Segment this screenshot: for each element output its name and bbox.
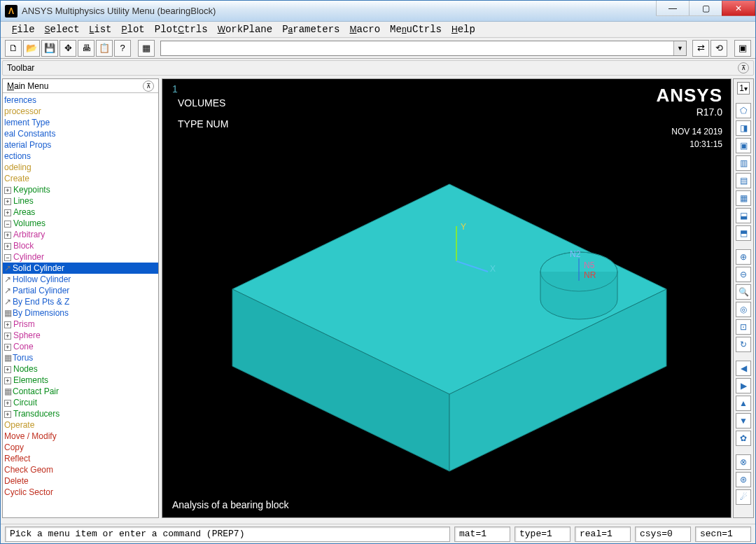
zoom-back-button[interactable]: ◎	[736, 302, 751, 317]
dropdown-arrow-icon[interactable]: ▼	[673, 41, 686, 55]
tree-node[interactable]: +Prism	[3, 319, 158, 330]
rotate-left-button[interactable]: ◀	[736, 361, 751, 376]
image-capture-button[interactable]: ▦	[138, 40, 155, 57]
rotate-up-button[interactable]: ▲	[736, 396, 751, 411]
pan-button[interactable]: ✥	[59, 40, 76, 57]
tree-node[interactable]: +Areas	[3, 207, 158, 218]
oblique-view-button[interactable]: ◨	[736, 120, 751, 136]
tree-node[interactable]: Move / Modify	[3, 431, 158, 442]
menu-file[interactable]: File	[8, 22, 39, 36]
zoom-in-button[interactable]: ⊕	[736, 249, 751, 265]
tree-node[interactable]: +Transducers	[3, 408, 158, 419]
contact-manager-button[interactable]: ▣	[734, 40, 751, 57]
new-button[interactable]: 🗋	[5, 40, 22, 57]
window-number: 1	[172, 83, 178, 95]
menubar: File Select List Plot PlotCtrls WorkPlan…	[1, 22, 755, 38]
pick-button[interactable]: ☄	[736, 489, 751, 505]
minimize-button[interactable]: —	[656, 1, 690, 16]
rotate-right-button[interactable]: ▶	[736, 378, 751, 393]
tree-node[interactable]: −Cylinder	[3, 251, 158, 263]
save-button[interactable]: 💾	[41, 40, 58, 57]
dynamic-rotate-button[interactable]: ↻	[736, 337, 751, 352]
tree-node[interactable]: +Nodes	[3, 363, 158, 375]
tree-node[interactable]: ▦Torus	[3, 352, 158, 363]
tree-node[interactable]: aterial Props	[3, 139, 158, 151]
help-button[interactable]: ?	[114, 40, 131, 57]
tree-node[interactable]: ections	[3, 151, 158, 162]
toolbar-panel-header: Toolbar ⊼	[2, 60, 754, 76]
svg-text:N2: N2	[570, 249, 581, 259]
menu-menuctrls[interactable]: MenuCtrls	[386, 22, 446, 36]
menu-macro[interactable]: Macro	[345, 22, 384, 36]
top-view-button[interactable]: ▤	[736, 173, 751, 188]
tree-node[interactable]: Cyclic Sector	[3, 487, 158, 498]
close-button[interactable]: ✕	[722, 1, 755, 16]
tree-node[interactable]: ▦By Dimensions	[3, 307, 158, 319]
iso-view-button[interactable]: ⬠	[736, 103, 751, 118]
tree-node[interactable]: eal Constants	[3, 128, 158, 139]
menu-parameters[interactable]: Parameters	[278, 22, 344, 36]
tree-node[interactable]: processor	[3, 106, 158, 117]
back-view-button[interactable]: ▦	[736, 190, 751, 206]
titlebar[interactable]: Λ ANSYS Multiphysics Utility Menu (beari…	[1, 1, 755, 22]
raise-hidden-button[interactable]: ⇄	[692, 40, 709, 57]
graphics-viewport[interactable]: 1 VOLUMES TYPE NUM ANSYS R17.0 NOV 14 20…	[162, 78, 732, 518]
tree-node[interactable]: ↗Solid Cylinder	[3, 263, 158, 274]
print-button[interactable]: 🖶	[78, 40, 94, 57]
tree-node[interactable]: +Lines	[3, 195, 158, 207]
tree-node[interactable]: +Elements	[3, 375, 158, 386]
toolbar-collapse-button[interactable]: ⊼	[738, 62, 749, 74]
tree-node[interactable]: +Sphere	[3, 330, 158, 341]
tree-node[interactable]: +Cone	[3, 341, 158, 352]
mainmenu-collapse-button[interactable]: ⊼	[143, 81, 154, 92]
tree-node[interactable]: Delete	[3, 475, 158, 487]
front-view-button[interactable]: ▣	[736, 138, 751, 153]
menu-plot[interactable]: Plot	[118, 22, 149, 36]
tree-node[interactable]: Reflect	[3, 453, 158, 464]
menu-workplane[interactable]: WorkPlane	[214, 22, 277, 36]
tree-node[interactable]: lement Type	[3, 117, 158, 128]
menu-list[interactable]: List	[85, 22, 116, 36]
tree-node[interactable]: ↗By End Pts & Z	[3, 296, 158, 307]
tree-node[interactable]: +Keypoints	[3, 184, 158, 195]
reset-button[interactable]: ⟲	[710, 40, 727, 57]
zoom-out-button[interactable]: ⊖	[736, 267, 751, 282]
tree-node[interactable]: Create	[3, 173, 158, 184]
bottom-view-button[interactable]: ⬒	[736, 225, 751, 241]
main-menu-tree[interactable]: ferencesprocessorlement Typeeal Constant…	[3, 93, 158, 517]
report-button[interactable]: 📋	[96, 40, 113, 57]
svg-text:Y: Y	[461, 222, 466, 232]
tree-node[interactable]: +Arbitrary	[3, 229, 158, 240]
command-dropdown[interactable]: ▼	[160, 41, 687, 56]
brand-name: ANSYS	[656, 85, 722, 106]
tree-node[interactable]: Copy	[3, 442, 158, 453]
maximize-button[interactable]: ▢	[689, 1, 722, 16]
tree-node[interactable]: +Circuit	[3, 397, 158, 408]
zoom-window-button[interactable]: 🔍	[736, 284, 751, 300]
open-button[interactable]: 📂	[23, 40, 40, 57]
tree-node[interactable]: ↗Hollow Cylinder	[3, 274, 158, 285]
snapshot-button[interactable]: ⊗	[736, 454, 751, 470]
app-window: Λ ANSYS Multiphysics Utility Menu (beari…	[0, 0, 756, 544]
rate-increase-button[interactable]: ✿	[736, 431, 751, 446]
tree-node[interactable]: Check Geom	[3, 464, 158, 475]
restore-button[interactable]: ⊛	[736, 472, 751, 487]
tree-node[interactable]: Operate	[3, 419, 158, 431]
tree-node[interactable]: ↗Partial Cylinder	[3, 285, 158, 296]
tree-node[interactable]: ▦Contact Pair	[3, 386, 158, 397]
rotate-down-button[interactable]: ▼	[736, 413, 751, 428]
status-csys: csys=0	[635, 526, 691, 542]
right-view-button[interactable]: ▥	[736, 155, 751, 171]
tree-node[interactable]: −Volumes	[3, 218, 158, 229]
tree-node[interactable]: ferences	[3, 95, 158, 106]
menu-plotctrls[interactable]: PlotCtrls	[150, 22, 212, 36]
menu-select[interactable]: Select	[41, 22, 84, 36]
tree-node[interactable]: +Block	[3, 240, 158, 251]
tree-node[interactable]: odeling	[3, 162, 158, 173]
fit-button[interactable]: ⊡	[736, 319, 751, 335]
left-view-button[interactable]: ⬓	[736, 208, 751, 223]
status-prompt[interactable]: Pick a menu item or enter a command (PRE…	[5, 526, 450, 542]
status-real: real=1	[575, 526, 631, 542]
window-picker[interactable]: 1▾	[737, 82, 750, 95]
menu-help[interactable]: Help	[447, 22, 479, 36]
